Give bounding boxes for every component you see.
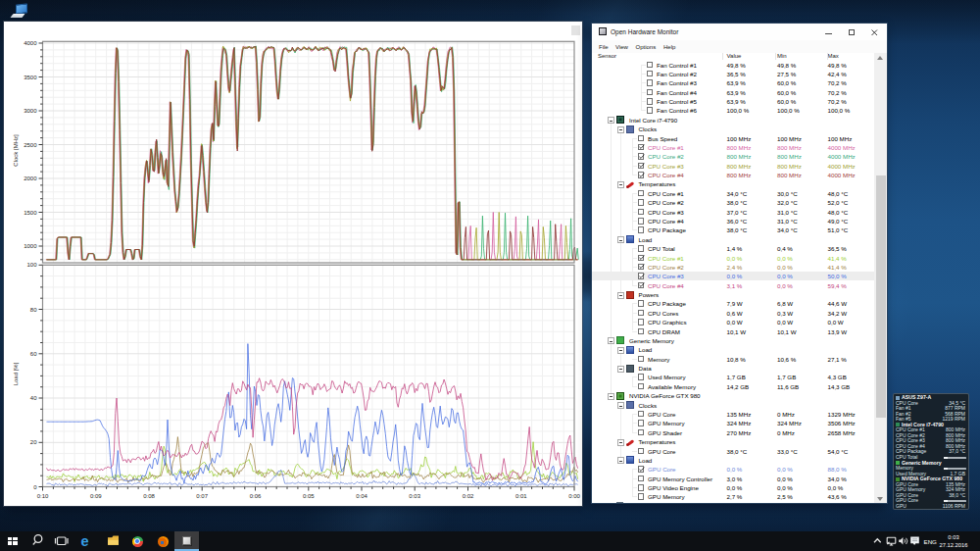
svg-text:60: 60	[30, 351, 37, 357]
svg-text:80: 80	[30, 307, 37, 313]
svg-text:0:01: 0:01	[515, 493, 527, 499]
svg-text:1500: 1500	[24, 210, 37, 216]
svg-text:3500: 3500	[24, 75, 37, 80]
svg-text:100: 100	[26, 262, 37, 268]
svg-text:40: 40	[30, 395, 37, 401]
svg-text:0:09: 0:09	[90, 493, 102, 499]
svg-text:0:10: 0:10	[37, 493, 49, 499]
svg-text:Load [%]: Load [%]	[13, 362, 19, 385]
svg-text:4000: 4000	[24, 40, 37, 46]
svg-text:0: 0	[33, 484, 37, 490]
svg-text:0:08: 0:08	[143, 493, 155, 499]
svg-text:0:02: 0:02	[463, 493, 474, 499]
svg-text:2000: 2000	[24, 175, 37, 181]
svg-text:3000: 3000	[24, 108, 37, 114]
svg-text:0:07: 0:07	[196, 493, 208, 499]
svg-text:0:06: 0:06	[250, 493, 262, 499]
svg-text:Clock [MHz]: Clock [MHz]	[13, 134, 19, 167]
svg-text:0:05: 0:05	[303, 493, 315, 499]
svg-text:1000: 1000	[24, 243, 37, 249]
svg-text:0:03: 0:03	[409, 493, 420, 499]
svg-text:2500: 2500	[24, 142, 37, 148]
svg-text:0:04: 0:04	[356, 493, 368, 499]
svg-text:20: 20	[30, 439, 37, 445]
svg-text:0:00: 0:00	[568, 493, 580, 499]
